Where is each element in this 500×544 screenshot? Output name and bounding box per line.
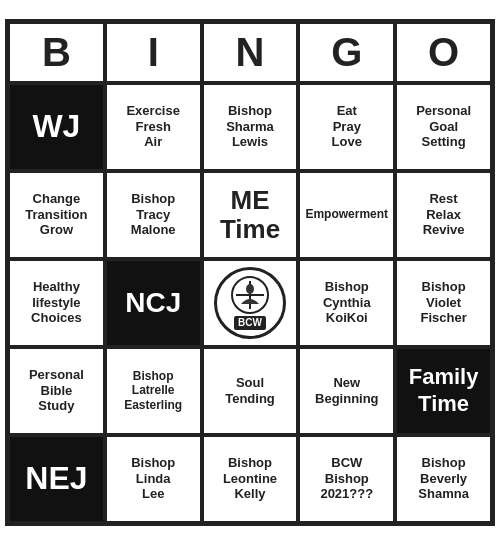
header-i: I — [105, 22, 202, 83]
nej-text: NEJ — [25, 459, 87, 497]
cell-r3c3-free: BCW — [202, 259, 299, 347]
bingo-card: B I N G O WJ ExerciseFreshAir BishopShar… — [5, 19, 495, 526]
cell-r4c1: PersonalBibleStudy — [8, 347, 105, 435]
cell-text: BishopCynthiaKoiKoi — [323, 279, 371, 326]
family-time-text: FamilyTime — [409, 364, 479, 417]
cell-r2c2: BishopTracyMalone — [105, 171, 202, 259]
header-b: B — [8, 22, 105, 83]
cell-r2c1: ChangeTransitionGrow — [8, 171, 105, 259]
cell-text: BishopLatrelleEasterling — [124, 369, 182, 412]
cell-r1c1: WJ — [8, 83, 105, 171]
bingo-header: B I N G O — [8, 22, 492, 83]
cell-r5c2: BishopLindaLee — [105, 435, 202, 523]
bcw-logo: BCW — [214, 267, 286, 339]
cell-r4c2: BishopLatrelleEasterling — [105, 347, 202, 435]
cell-text: PersonalBibleStudy — [29, 367, 84, 414]
cell-r3c1: HealthylifestyleChoices — [8, 259, 105, 347]
cell-r2c4: Empowerment — [298, 171, 395, 259]
cell-r5c4: BCWBishop2021??? — [298, 435, 395, 523]
cell-r3c2: NCJ — [105, 259, 202, 347]
cell-text: BishopTracyMalone — [131, 191, 176, 238]
cell-r4c5: FamilyTime — [395, 347, 492, 435]
cell-r5c1: NEJ — [8, 435, 105, 523]
header-g: G — [298, 22, 395, 83]
bingo-grid: WJ ExerciseFreshAir BishopSharmaLewis Ea… — [8, 83, 492, 523]
me-time-text: METime — [220, 186, 280, 243]
cell-r5c3: BishopLeontineKelly — [202, 435, 299, 523]
cell-text: BishopVioletFischer — [420, 279, 466, 326]
cell-text: SoulTending — [225, 375, 275, 406]
cell-text: BCWBishop2021??? — [320, 455, 373, 502]
cell-r2c5: RestRelaxRevive — [395, 171, 492, 259]
cell-r5c5: BishopBeverlyShamna — [395, 435, 492, 523]
cell-r1c4: EatPrayLove — [298, 83, 395, 171]
cell-text: EatPrayLove — [332, 103, 362, 150]
cell-r4c3: SoulTending — [202, 347, 299, 435]
cell-text: BishopSharmaLewis — [226, 103, 274, 150]
cell-r2c3: METime — [202, 171, 299, 259]
bcw-logo-icon — [231, 276, 269, 314]
header-o: O — [395, 22, 492, 83]
cell-text: HealthylifestyleChoices — [31, 279, 82, 326]
cell-r1c2: ExerciseFreshAir — [105, 83, 202, 171]
cell-text: BishopLindaLee — [131, 455, 175, 502]
cell-text: PersonalGoalSetting — [416, 103, 471, 150]
ncj-text: NCJ — [125, 286, 181, 320]
cell-r1c5: PersonalGoalSetting — [395, 83, 492, 171]
cell-r3c4: BishopCynthiaKoiKoi — [298, 259, 395, 347]
svg-point-3 — [246, 284, 254, 294]
cell-text: RestRelaxRevive — [423, 191, 465, 238]
cell-text: ExerciseFreshAir — [126, 103, 180, 150]
cell-text: NewBeginning — [315, 375, 379, 406]
cell-text: Empowerment — [305, 207, 388, 221]
cell-text: BishopLeontineKelly — [223, 455, 277, 502]
cell-r4c4: NewBeginning — [298, 347, 395, 435]
cell-r3c5: BishopVioletFischer — [395, 259, 492, 347]
cell-text: BishopBeverlyShamna — [418, 455, 469, 502]
cell-r1c3: BishopSharmaLewis — [202, 83, 299, 171]
bcw-badge-text: BCW — [234, 316, 266, 330]
header-n: N — [202, 22, 299, 83]
cell-text: ChangeTransitionGrow — [25, 191, 87, 238]
